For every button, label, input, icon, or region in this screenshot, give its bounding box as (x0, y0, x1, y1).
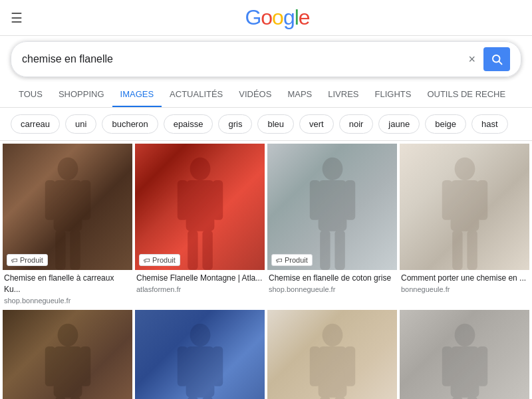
tab-tous[interactable]: TOUS (11, 82, 51, 108)
image-thumb-8 (400, 310, 529, 399)
svg-rect-11 (212, 180, 222, 220)
chip-bleu[interactable]: bleu (257, 114, 294, 134)
image-info-2: Chemise Flanelle Montagne | Atla... atla… (135, 270, 265, 296)
search-button[interactable] (483, 47, 510, 71)
svg-point-20 (454, 158, 475, 180)
product-badge-1: Produit (7, 254, 48, 266)
chip-epaisse[interactable]: epaisse (164, 114, 213, 134)
filter-chips: carreau uni bucheron epaisse gris bleu v… (0, 108, 532, 141)
image-thumb-7 (267, 310, 397, 399)
svg-rect-7 (70, 230, 80, 270)
image-card-2[interactable]: Produit Chemise Flanelle Montagne | Atla… (135, 144, 265, 307)
person-silhouette-5 (32, 323, 103, 399)
image-card-3[interactable]: Produit Chemise en flanelle de coton gri… (267, 144, 397, 307)
nav-tabs: TOUS SHOPPING IMAGES ACTUALITÉS VIDÉOS M… (0, 82, 532, 108)
product-badge-3: Produit (271, 254, 313, 266)
image-card-1[interactable]: Produit Chemise en flanelle à carreaux K… (3, 144, 132, 307)
svg-rect-25 (467, 230, 477, 270)
image-card-7[interactable] (267, 310, 397, 399)
image-card-8[interactable] (400, 310, 529, 399)
image-source-1: shop.bonnegueule.fr (4, 297, 131, 305)
person-silhouette-4 (436, 156, 494, 270)
svg-rect-34 (177, 346, 187, 386)
image-source-2: atlasformen.fr (136, 285, 263, 293)
tab-outils[interactable]: OUTILS DE RECHE (419, 82, 513, 108)
svg-rect-22 (442, 180, 452, 220)
menu-icon[interactable]: ☰ (11, 10, 23, 26)
svg-rect-6 (55, 230, 65, 270)
svg-rect-28 (45, 346, 55, 386)
logo-o1: o (261, 5, 272, 29)
svg-rect-5 (80, 180, 90, 220)
image-title-2: Chemise Flanelle Montagne | Atla... (136, 273, 263, 284)
chip-carreau[interactable]: carreau (11, 114, 60, 134)
svg-rect-18 (320, 230, 330, 270)
svg-rect-9 (186, 180, 214, 231)
tab-flights[interactable]: FLIGHTS (367, 82, 420, 108)
image-title-3: Chemise en flanelle de coton grise (269, 273, 396, 284)
tab-livres[interactable]: LIVRES (320, 82, 366, 108)
product-badge-2: Produit (139, 254, 180, 266)
svg-rect-13 (202, 230, 212, 270)
svg-rect-35 (212, 346, 222, 386)
tab-shopping[interactable]: SHOPPING (51, 82, 112, 108)
person-silhouette-8 (429, 323, 500, 399)
logo-g2: g (283, 5, 295, 29)
chip-vert[interactable]: vert (299, 114, 334, 134)
svg-rect-29 (80, 346, 90, 386)
search-input[interactable] (22, 53, 468, 65)
svg-point-14 (322, 158, 342, 180)
svg-rect-47 (477, 346, 487, 386)
svg-rect-16 (309, 180, 319, 220)
image-info-3: Chemise en flanelle de coton grise shop.… (267, 270, 397, 296)
logo-g1: G (245, 5, 261, 29)
image-grid: Produit Chemise en flanelle à carreaux K… (0, 141, 532, 399)
svg-point-44 (454, 323, 475, 346)
header: ☰ Google (0, 0, 532, 36)
svg-point-26 (57, 323, 78, 346)
chip-beige[interactable]: beige (425, 114, 466, 134)
image-title-4: Comment porter une chemise en ... (401, 273, 528, 284)
chip-uni[interactable]: uni (65, 114, 96, 134)
svg-rect-23 (477, 180, 487, 220)
image-card-4[interactable]: Comment porter une chemise en ... bonneg… (400, 144, 529, 307)
image-thumb-2: Produit (135, 144, 265, 270)
svg-rect-17 (344, 180, 354, 220)
svg-rect-45 (450, 346, 479, 398)
svg-line-1 (499, 61, 501, 64)
svg-rect-21 (450, 180, 479, 231)
image-thumb-5 (3, 310, 132, 399)
chip-jaune[interactable]: jaune (378, 114, 420, 134)
svg-rect-24 (452, 230, 462, 270)
image-source-4: bonnegueule.fr (401, 285, 528, 293)
svg-rect-10 (177, 180, 187, 220)
chip-noir[interactable]: noir (339, 114, 374, 134)
chip-gris[interactable]: gris (218, 114, 252, 134)
search-bar: × (11, 41, 521, 77)
tab-maps[interactable]: MAPS (279, 82, 320, 108)
search-clear-icon[interactable]: × (468, 53, 475, 66)
image-title-1: Chemise en flanelle à carreaux Ku... (4, 273, 131, 295)
chip-hast[interactable]: hast (471, 114, 508, 134)
person-silhouette-3 (297, 156, 368, 270)
tab-images[interactable]: IMAGES (112, 82, 162, 108)
image-card-5[interactable] (3, 310, 132, 399)
image-thumb-1: Produit (3, 144, 132, 270)
svg-point-32 (190, 323, 210, 346)
svg-rect-12 (188, 230, 198, 270)
tab-videos[interactable]: VIDÉOS (231, 82, 279, 108)
svg-rect-39 (318, 346, 346, 398)
logo-o2: o (272, 5, 283, 29)
svg-point-38 (322, 323, 342, 346)
image-info-4: Comment porter une chemise en ... bonneg… (400, 270, 529, 296)
search-icon (491, 53, 503, 65)
google-logo: Google (33, 5, 521, 30)
svg-rect-40 (309, 346, 319, 386)
person-silhouette-1 (32, 156, 103, 270)
tab-actualites[interactable]: ACTUALITÉS (162, 82, 231, 108)
svg-rect-3 (53, 180, 82, 231)
image-card-6[interactable] (135, 310, 265, 399)
svg-rect-27 (53, 346, 82, 398)
chip-bucheron[interactable]: bucheron (102, 114, 158, 134)
svg-point-2 (57, 158, 78, 180)
